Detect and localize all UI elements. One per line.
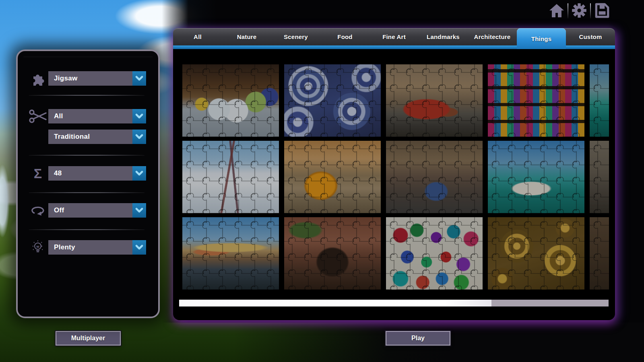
setting-row-plenty: wPlenty [27,240,146,255]
home-button[interactable] [546,2,568,20]
puzzle-thumbnail-shop-front[interactable] [284,217,381,290]
puzzle-thumbnail-yellow-scooter[interactable] [284,141,381,213]
puzzle-thumbnail-gold-plates[interactable] [488,217,584,290]
save-icon [593,2,610,20]
setting-row-jigsaw: Jigsaw [27,71,146,86]
dropdown-jigsaw[interactable]: Jigsaw [48,71,146,86]
settings-gear-icon [571,2,588,20]
setting-row-all: All [27,109,146,123]
setting-row-48: Σ48 [27,166,146,181]
puzzle-thumbnail-wood-detail[interactable] [590,217,609,290]
tab-architecture[interactable]: Architecture [468,28,517,45]
chevron-down-icon[interactable] [132,203,146,218]
puzzle-thumbnail-harbor-town[interactable] [182,217,279,290]
setting-row-off: Off [27,203,146,218]
settings-divider [29,154,144,156]
dropdown-all[interactable]: All [48,109,146,123]
puzzle-thumbnail-glass-balloons[interactable] [386,217,483,290]
hint-bulb-icon: w [27,239,48,255]
puzzle-thumbnail-alley-scooter[interactable] [386,141,483,213]
chevron-down-icon[interactable] [132,130,146,144]
sigma-icon: Σ [27,167,48,180]
chevron-down-icon[interactable] [132,166,146,181]
tab-landmarks[interactable]: Landmarks [419,28,468,45]
save-button[interactable] [591,2,613,20]
settings-divider [29,229,144,230]
tab-things[interactable]: Things [517,28,566,49]
rotation-icon [27,204,48,216]
chevron-down-icon[interactable] [132,71,146,86]
home-icon [549,3,564,19]
dropdown-value: Traditional [48,133,132,141]
settings-divider [29,192,144,193]
gallery-panel: AllNatureSceneryFoodFine ArtLandmarksArc… [173,28,615,320]
puzzle-thumbnail-patterned-plates[interactable] [284,64,381,137]
category-tabbar: AllNatureSceneryFoodFine ArtLandmarksArc… [173,28,615,45]
dropdown-plenty[interactable]: Plenty [48,240,146,255]
play-button[interactable]: Play [386,331,450,346]
topbar [546,2,613,20]
chevron-down-icon[interactable] [132,240,146,255]
settings-button[interactable] [568,2,590,20]
puzzle-grid [182,64,609,290]
dropdown-value: All [48,112,132,120]
scrollbar-thumb[interactable] [179,300,491,306]
chevron-down-icon[interactable] [132,109,146,123]
gallery-scrollbar[interactable] [179,300,609,306]
dropdown-value: Off [48,206,132,214]
puzzle-thumbnail-harbor-boats[interactable] [488,141,584,213]
multiplayer-button[interactable]: Multiplayer [56,331,121,346]
puzzle-piece-icon [27,71,48,86]
dropdown-value: Plenty [48,243,132,251]
tab-custom[interactable]: Custom [566,28,615,45]
puzzle-thumbnail-market-colors[interactable] [488,64,584,137]
jigsaw-game-menu: AllNatureSceneryFoodFine ArtLandmarksArc… [0,0,644,362]
puzzle-thumbnail-skis-snow[interactable] [182,141,279,213]
tab-all[interactable]: All [173,28,222,45]
setting-row-traditional: Traditional [27,130,146,144]
tab-food[interactable]: Food [320,28,369,45]
tab-scenery[interactable]: Scenery [271,28,320,45]
settings-panel: JigsawAllTraditionalΣ48OffwPlenty [16,49,160,318]
puzzle-thumbnail-red-truck[interactable] [386,64,483,137]
settings-divider [29,95,144,96]
puzzle-thumbnail-stone-carving[interactable] [590,141,609,213]
dropdown-48[interactable]: 48 [48,166,146,181]
scissors-icon [27,109,48,124]
dropdown-traditional[interactable]: Traditional [48,130,146,144]
tab-nature[interactable]: Nature [222,28,271,45]
dropdown-off[interactable]: Off [48,203,146,218]
puzzle-thumbnail-harbor-teal[interactable] [590,64,609,137]
dropdown-value: 48 [48,169,132,177]
dropdown-value: Jigsaw [48,74,132,82]
svg-text:w: w [36,245,39,249]
tab-fine-art[interactable]: Fine Art [369,28,419,45]
puzzle-thumbnail-ceramic-jugs[interactable] [182,64,279,137]
